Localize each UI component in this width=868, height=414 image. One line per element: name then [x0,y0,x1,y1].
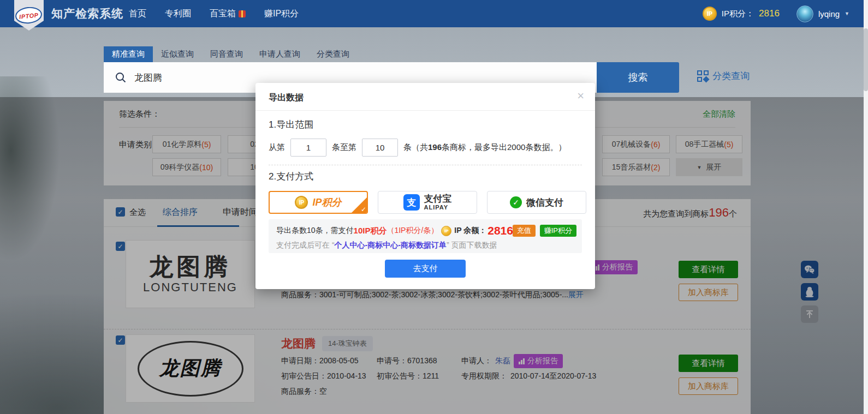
tab-applicant-query[interactable]: 申请人查询 [251,46,308,62]
close-icon[interactable]: × [577,90,584,102]
payment-info-box: 导出条数10条，需支付10IP积分（1IP积分/条）IPIP 余额：2816个 … [269,219,582,253]
app-title: 知产检索系统 [51,6,123,21]
payment-info-line2: 支付完成后可在 “个人中心-商标中心-商标数据订单” 页面下载数据 [276,241,574,250]
selected-check-icon: ✓ [361,206,366,213]
modal-title-divider [255,110,595,111]
points-label: IP积分： [722,9,754,19]
info-download-prefix: 支付完成后可在 “ [276,241,335,249]
payment-info-line1: 导出条数10条，需支付10IP积分（1IP积分/条）IPIP 余额：2816个 … [276,224,574,237]
ip-coin-icon: IP [703,7,717,21]
range-suffix: 条（共196条商标，最多导出2000条数据。） [403,142,566,153]
points-value: 2816 [759,8,780,19]
category-query-label: 分类查询 [712,70,750,82]
info-cost-prefix: 导出条数10条，需支付 [276,226,354,236]
category-query-link[interactable]: 分类查询 [697,70,750,82]
alipay-icon: 支 [403,194,420,211]
nav-item-patent-circle[interactable]: 专利圈 [165,8,191,20]
go-pay-button[interactable]: 去支付 [385,260,466,278]
info-buttons: 充值 赚IP积分 [513,225,576,237]
range-from-label: 从第 [269,142,285,153]
nav-item-treasure-box-label: 百宝箱 [210,8,236,20]
info-balance-value: 2816 [487,224,513,237]
payment-option-wechat[interactable]: ✓ 微信支付 [487,191,586,214]
chevron-down-icon[interactable]: ▼ [845,11,849,16]
export-range-row: 从第 条至第 条（共196条商标，最多导出2000条数据。） [269,139,566,157]
nav-item-earn-points[interactable]: 赚IP积分 [264,8,299,20]
category-grid-icon [697,70,709,82]
range-suffix-2: 条商标，最多导出2000条数据。） [442,142,566,152]
search-icon [115,71,127,83]
export-data-modal: 导出数据 × 1.导出范围 从第 条至第 条（共196条商标，最多导出2000条… [255,83,595,289]
search-tabs: 精准查询 近似查询 同音查询 申请人查询 分类查询 [104,46,358,62]
payment-options: IP IP积分 ✓ 支 支付宝 ALIPAY ✓ 微信支付 [269,191,586,214]
ip-coin-icon: IP [441,226,451,236]
wechat-pay-icon: ✓ [510,196,522,208]
modal-title: 导出数据 [269,92,304,104]
nav-item-treasure-box[interactable]: 百宝箱 [210,8,246,20]
export-range-heading: 1.导出范围 [269,118,313,131]
alipay-cn-label: 支付宝 [424,194,452,205]
range-from-input[interactable] [290,139,326,157]
earn-points-button[interactable]: 赚IP积分 [540,225,576,237]
range-suffix-1: 条（共 [403,142,428,152]
scrollbar-thumb[interactable] [864,28,868,91]
payment-option-alipay[interactable]: 支 支付宝 ALIPAY [378,191,477,214]
ip-points-label: IP积分 [312,196,341,209]
alipay-labels: 支付宝 ALIPAY [424,194,452,211]
range-total: 196 [428,142,442,152]
app-logo[interactable]: IPTOP [14,0,44,31]
payment-method-heading: 2.支付方式 [269,170,313,183]
info-cost-points: 10IP积分 [354,226,387,236]
modal-dashed-divider [269,165,582,165]
tab-exact-query[interactable]: 精准查询 [104,46,153,62]
username[interactable]: lyqing [818,9,840,19]
info-download-suffix: ” 页面下载数据 [447,241,497,249]
scrollbar-track [864,0,868,414]
ip-coin-icon: IP [295,196,308,209]
order-page-link[interactable]: 个人中心-商标中心-商标数据订单 [335,241,447,249]
search-button[interactable]: 搜索 [597,62,679,93]
search-input[interactable] [134,72,516,83]
tab-homophone-query[interactable]: 同音查询 [202,46,251,62]
navbar-right: IP IP积分： 2816 lyqing ▼ [703,0,849,27]
range-to-input[interactable] [362,139,398,157]
logo-text: IPTOP [19,11,39,20]
gift-icon [239,10,246,17]
top-navbar: IPTOP 知产检索系统 首页 专利圈 百宝箱 赚IP积分 IP IP积分： 2… [0,0,868,27]
recharge-button[interactable]: 充值 [513,225,536,237]
wechat-pay-label: 微信支付 [526,196,563,209]
main-nav: 首页 专利圈 百宝箱 赚IP积分 [129,8,299,20]
tab-category-query[interactable]: 分类查询 [308,46,358,62]
payment-option-ip-points[interactable]: IP IP积分 ✓ [269,191,368,214]
avatar[interactable] [796,5,813,22]
range-to-label: 条至第 [332,142,356,153]
nav-item-home[interactable]: 首页 [129,8,146,20]
info-cost-rate: （1IP积分/条） [387,226,438,236]
tab-similar-query[interactable]: 近似查询 [153,46,202,62]
alipay-en-label: ALIPAY [424,204,452,211]
info-balance-label: IP 余额： [454,226,486,236]
logo-oval: IPTOP [15,6,43,25]
